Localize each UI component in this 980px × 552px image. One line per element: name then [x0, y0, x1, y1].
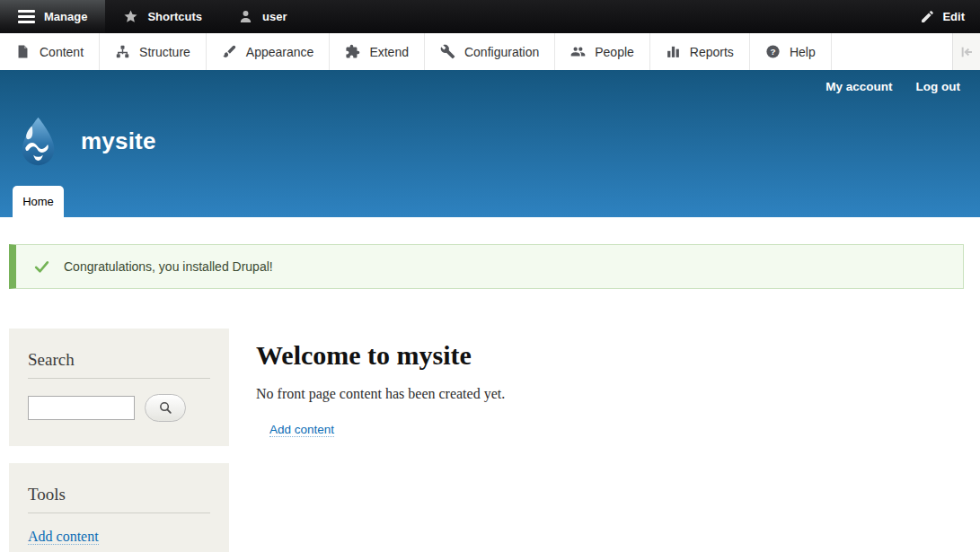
tray-item-label: Appearance [246, 45, 314, 59]
block-divider [28, 513, 210, 513]
tools-block-title: Tools [28, 485, 210, 504]
empty-frontpage-text: No front page content has been created y… [256, 386, 505, 402]
wrench-icon [440, 44, 455, 59]
log-out-link[interactable]: Log out [916, 80, 960, 93]
edit-button-label: Edit [942, 10, 965, 23]
tray-item-extend[interactable]: Extend [330, 33, 425, 70]
tray-item-people[interactable]: People [555, 33, 650, 70]
admin-toolbar-tray: Content Structure Appearance Extend Conf… [0, 33, 980, 70]
tray-item-configuration[interactable]: Configuration [425, 33, 555, 70]
tray-item-label: People [595, 45, 634, 59]
site-name: mysite [81, 127, 156, 155]
toolbar-item-user-label: user [262, 10, 287, 23]
search-block-title: Search [28, 350, 210, 370]
search-input[interactable] [28, 396, 135, 420]
drupal-logo [13, 116, 64, 167]
tab-home-label: Home [22, 195, 54, 208]
tray-item-help[interactable]: ? Help [750, 33, 832, 70]
tray-item-label: Reports [690, 45, 734, 59]
admin-toolbar: Manage Shortcuts user Edit [0, 0, 980, 33]
people-icon [570, 44, 586, 59]
edit-button[interactable]: Edit [905, 0, 980, 33]
search-form [28, 394, 210, 422]
main-content: Welcome to mysite No front page content … [256, 329, 523, 437]
sidebar: Search Tools Add content [9, 329, 229, 552]
star-icon [123, 9, 138, 24]
puzzle-icon [345, 44, 360, 59]
checkmark-icon [33, 258, 50, 276]
tray-item-label: Extend [369, 45, 409, 59]
site-branding[interactable]: mysite [13, 116, 156, 167]
site-header: My account Log out mysite Home [0, 70, 980, 217]
file-icon [15, 44, 31, 59]
tray-item-appearance[interactable]: Appearance [207, 33, 331, 70]
page-title: Welcome to mysite [256, 340, 505, 371]
toolbar-item-shortcuts[interactable]: Shortcuts [105, 0, 220, 33]
tray-item-content[interactable]: Content [0, 33, 100, 70]
secondary-menu: My account Log out [825, 80, 960, 93]
toolbar-item-manage[interactable]: Manage [0, 0, 105, 33]
page-layout: Search Tools Add content Welcome to mysi… [0, 289, 980, 552]
bar-chart-icon [666, 44, 681, 59]
add-content-link[interactable]: Add content [269, 423, 334, 437]
block-divider [28, 378, 210, 379]
tray-item-label: Structure [139, 45, 190, 59]
toolbar-orientation-toggle[interactable] [952, 33, 980, 70]
toolbar-item-user[interactable]: user [220, 0, 305, 33]
sitemap-icon [115, 44, 130, 59]
paintbrush-icon [222, 44, 237, 59]
toolbar-item-shortcuts-label: Shortcuts [147, 10, 202, 23]
status-message: Congratulations, you installed Drupal! [9, 244, 964, 289]
tray-item-structure[interactable]: Structure [100, 33, 207, 70]
search-button[interactable] [145, 394, 186, 422]
tray-item-label: Content [40, 45, 84, 59]
question-circle-icon: ? [765, 44, 781, 59]
status-message-text: Congratulations, you installed Drupal! [64, 259, 273, 274]
tools-block: Tools Add content [9, 463, 229, 552]
svg-text:?: ? [770, 47, 775, 57]
toggle-vertical-icon [959, 45, 974, 59]
hamburger-icon [18, 10, 35, 23]
toolbar-item-manage-label: Manage [44, 10, 87, 23]
tab-home[interactable]: Home [13, 186, 64, 217]
search-block: Search [9, 329, 229, 446]
tray-item-label: Help [790, 45, 816, 59]
my-account-link[interactable]: My account [825, 80, 892, 93]
tools-add-content-link[interactable]: Add content [28, 529, 99, 545]
tray-item-label: Configuration [464, 45, 539, 59]
pencil-icon [920, 9, 935, 24]
search-icon [158, 400, 173, 416]
user-icon [238, 9, 253, 24]
tray-item-reports[interactable]: Reports [650, 33, 750, 70]
